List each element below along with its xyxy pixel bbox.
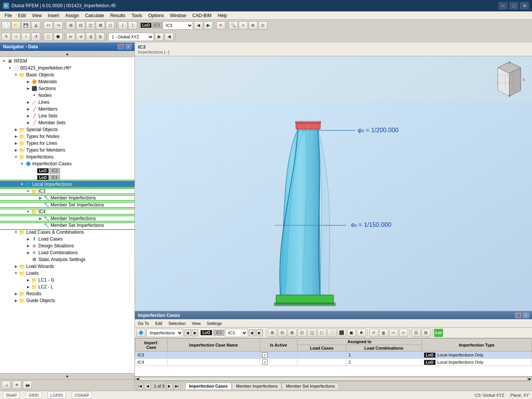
page-next-btn[interactable]: ▶ — [166, 383, 173, 390]
tb-r2-11[interactable]: ▶ — [155, 33, 164, 41]
imperfection-cases-expander[interactable] — [19, 161, 25, 167]
checkbox-ic3[interactable] — [262, 352, 268, 358]
minimize-button[interactable]: ─ — [499, 2, 508, 10]
nav-cam-btn[interactable]: 📷 — [23, 381, 32, 389]
xyz-dropdown[interactable]: 1 - Global XYZ — [108, 33, 154, 41]
tree-types-members[interactable]: 📁 Types for Members — [0, 147, 135, 154]
membersets-expander[interactable] — [25, 120, 31, 126]
nav-data-btn[interactable]: 📊 — [2, 381, 11, 389]
guide-objects-expander[interactable] — [13, 298, 19, 304]
nav-close-btn[interactable]: ✕ — [125, 44, 131, 49]
tree-load-combinations[interactable]: ⊕ Load Combinations — [0, 249, 135, 256]
tb-r2-10[interactable]: ⊵ — [96, 33, 105, 41]
lc1-expander[interactable] — [25, 277, 31, 283]
tb-r2-12[interactable]: ◀ — [165, 33, 174, 41]
bp-tb8[interactable]: ⬛ — [337, 329, 346, 337]
tree-imperfections[interactable]: 📁 Imperfections — [0, 154, 135, 160]
loads-expander[interactable] — [13, 270, 19, 276]
types-nodes-expander[interactable] — [13, 133, 19, 139]
menu-help[interactable]: Help — [215, 12, 230, 19]
bp-menu-settings[interactable]: Settings — [205, 321, 223, 326]
bottom-scrollbar[interactable]: ◀ ▶ — [135, 376, 532, 381]
local-imperfections-expander[interactable] — [19, 181, 25, 187]
tb-r2-4[interactable]: ↺ — [31, 33, 40, 41]
tb-r2-7[interactable]: ⊳ — [66, 33, 75, 41]
page-first-btn[interactable]: |◀ — [136, 383, 143, 390]
close-button[interactable]: ✕ — [520, 2, 529, 10]
tb-c2[interactable]: ⌖ — [239, 21, 248, 30]
tree-design-situations[interactable]: ⊕ Design Situations — [0, 242, 135, 249]
bp-prev-btn[interactable]: ◀ — [184, 329, 191, 336]
bp-tb1[interactable]: ⊞ — [268, 329, 277, 337]
lc2-expander[interactable] — [25, 284, 31, 290]
bp-tb5[interactable]: ◫ — [307, 329, 317, 337]
menu-options[interactable]: Options — [145, 12, 167, 19]
tb-r2-3[interactable]: ⋆ — [21, 33, 30, 41]
menu-view[interactable]: View — [29, 12, 45, 19]
members-expander[interactable] — [25, 106, 31, 112]
tb-next[interactable]: ▶ — [204, 21, 213, 30]
menu-edit[interactable]: Edit — [15, 12, 29, 19]
table-row-ic4[interactable]: IC4 2 LoO Local Imperfections Only — [135, 359, 532, 366]
basic-objects-expander[interactable] — [13, 72, 19, 78]
tb-c4[interactable]: ⊙ — [258, 21, 268, 30]
status-osnap[interactable]: OSNAP — [72, 392, 92, 399]
bp-tb6[interactable]: ◻ — [317, 329, 326, 337]
tb-redo[interactable]: ↪ — [54, 21, 63, 30]
tree-ic4-case[interactable]: LoO IC4 — [0, 174, 135, 181]
bp-prev2-btn[interactable]: ◀ — [249, 329, 255, 336]
tb-b6[interactable]: ⟨ — [118, 21, 127, 30]
bp-tb4[interactable]: ⊡ — [298, 329, 307, 337]
maximize-button[interactable]: □ — [509, 2, 518, 10]
tree-memberset-imperf-ic4[interactable]: 🔧 Member Set Imperfections — [0, 222, 135, 229]
bp-tb-x[interactable]: ✕ — [369, 329, 378, 337]
tb-r2-9[interactable]: ⊴ — [86, 33, 95, 41]
rfem-expander[interactable] — [1, 58, 7, 64]
3d-cube-navigator[interactable]: X Y Z — [490, 60, 528, 98]
bp-tb-filter[interactable]: ⊞ — [421, 329, 431, 337]
tb-b2[interactable]: ⊟ — [76, 21, 85, 30]
linesets-expander[interactable] — [25, 113, 31, 119]
bp-tb2[interactable]: ⊟ — [278, 329, 287, 337]
status-snap[interactable]: SNAP — [3, 392, 20, 399]
tab-member-set-imperfections[interactable]: Member Set Imperfections — [282, 383, 339, 389]
load-combinations-expander[interactable] — [25, 250, 31, 256]
ic3-sub-expander[interactable] — [25, 188, 31, 194]
tb-r2-8[interactable]: ⊲ — [76, 33, 85, 41]
imperfections-expander[interactable] — [13, 154, 19, 160]
tree-lc1[interactable]: 📁 LC1 - G — [0, 277, 135, 283]
tree-ic3-case[interactable]: LoO IC3 — [0, 167, 135, 174]
tree-imperfection-cases[interactable]: 🔷 Imperfection Cases — [0, 160, 135, 167]
menu-assign[interactable]: Assign — [62, 12, 82, 19]
project-expander[interactable] — [7, 65, 13, 71]
results-expander[interactable] — [13, 291, 19, 297]
menu-window[interactable]: Window — [167, 12, 189, 19]
bp-tb3[interactable]: ⊠ — [288, 329, 297, 337]
special-objects-expander[interactable] — [13, 127, 19, 133]
lcc-expander[interactable] — [13, 229, 19, 235]
menu-results[interactable]: Results — [107, 12, 128, 19]
bp-tb9[interactable]: ◼ — [347, 329, 356, 337]
materials-expander[interactable] — [25, 79, 31, 85]
tree-ic3-sub[interactable]: 📁 IC3 — [0, 188, 135, 195]
h-scroll-right[interactable]: ▶ — [527, 377, 532, 381]
types-lines-expander[interactable] — [13, 140, 19, 146]
tree-lines[interactable]: ／ Lines — [0, 99, 135, 106]
tb-c1[interactable]: 🔍 — [229, 21, 238, 30]
tree-member-imperf-ic3[interactable]: 🔧 Member Imperfections — [0, 195, 135, 201]
tb-print[interactable]: 🖨 — [31, 21, 40, 30]
load-wizards-expander[interactable] — [13, 263, 19, 269]
nav-view-btn[interactable]: 👁 — [12, 381, 21, 389]
types-members-expander[interactable] — [13, 147, 19, 153]
tree-results[interactable]: 📁 Results — [0, 290, 135, 297]
menu-file[interactable]: File — [2, 12, 15, 19]
bp-menu-selection[interactable]: Selection — [167, 321, 187, 326]
tb-open[interactable]: 📁 — [11, 21, 21, 30]
tree-scroll-down[interactable]: ▼ — [0, 373, 135, 379]
h-scrollbar-track[interactable] — [139, 377, 527, 381]
bp-tb-icon1[interactable]: 🔷 — [136, 329, 146, 337]
tb-save[interactable]: 💾 — [21, 21, 30, 30]
bp-tb-last[interactable]: 0.00 — [434, 329, 443, 337]
tb-r2-1[interactable]: ✎ — [2, 33, 11, 41]
table-row-ic3[interactable]: IC3 1 LoO Local Imperfections Only — [135, 352, 532, 359]
